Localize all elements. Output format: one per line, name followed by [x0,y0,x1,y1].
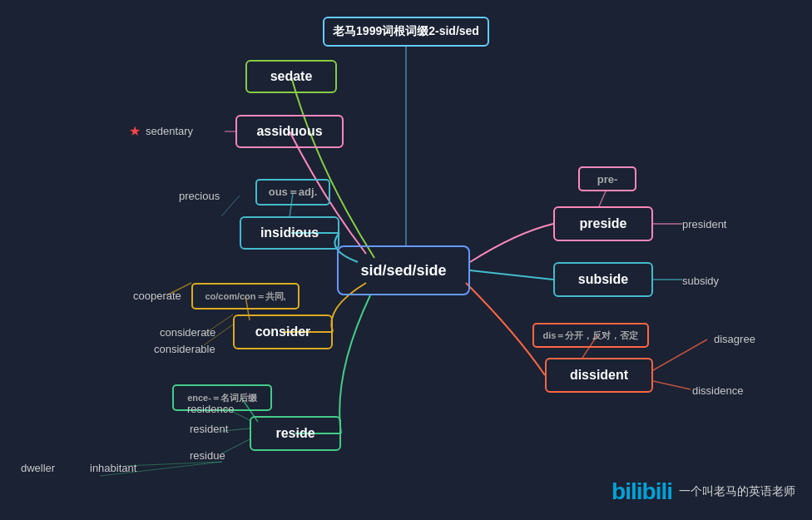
resident-label: resident [190,423,228,435]
dweller-label: dweller [21,462,55,474]
consider-text: consider [255,324,311,339]
residence-label: residence [187,403,234,415]
subside-node: subside [553,262,653,297]
insidious-node: insidious [240,216,339,250]
center-node: sid/sed/side [337,245,470,295]
reside-text: reside [275,426,314,441]
preside-node: preside [553,206,653,241]
precious-label: precious [179,190,220,202]
ous-adj-text: ous＝adj. [269,185,318,200]
cooperate-label: cooperate [133,290,181,302]
dissidence-label: dissidence [692,384,743,397]
bilibili-logo: bilibili [611,478,672,505]
title-text: 老马1999词根词缀2-sid/sed [333,24,479,39]
svg-line-13 [653,381,691,389]
consider-node: consider [233,314,333,349]
branding: bilibili 一个叫老马的英语老师 [611,478,795,505]
dis-text: dis＝分开，反对，否定 [543,329,639,342]
svg-line-22 [125,462,222,466]
ous-adj-node: ous＝adj. [255,179,330,206]
cocom-text: co/com/con＝共同, [205,290,285,303]
considerate-label: considerate [160,326,215,339]
subside-text: subside [578,272,628,287]
svg-line-21 [222,439,250,453]
svg-line-12 [653,339,707,370]
reside-node: reside [250,416,341,451]
sedentary-label: sedentary [146,125,193,137]
dissident-node: dissident [545,358,653,393]
pre-text: pre- [597,173,618,186]
pre-node: pre- [578,166,636,191]
cocom-node: co/com/con＝共同, [191,283,300,310]
considerable-label: considerable [154,343,215,355]
sedate-node: sedate [245,60,337,93]
dis-node: dis＝分开，反对，否定 [532,323,649,348]
insidious-text: insidious [260,225,319,240]
residue-label: residue [190,449,225,462]
svg-line-4 [470,270,553,280]
star-icon: ★ [129,123,141,139]
tagline: 一个叫老马的英语老师 [679,484,795,499]
president-label: president [682,218,726,230]
title-node: 老马1999词根词缀2-sid/sed [323,17,489,47]
inhabitant-label: inhabitant [90,462,136,474]
assiduous-text: assiduous [256,124,322,139]
disagree-label: disagree [714,333,755,345]
dissident-text: dissident [570,368,628,383]
assiduous-node: assiduous [235,115,344,148]
sedate-text: sedate [270,69,313,84]
subsidy-label: subsidy [682,275,719,287]
svg-line-8 [599,191,606,206]
svg-line-18 [221,196,240,216]
preside-text: preside [580,216,627,231]
center-text: sid/sed/side [360,262,446,280]
